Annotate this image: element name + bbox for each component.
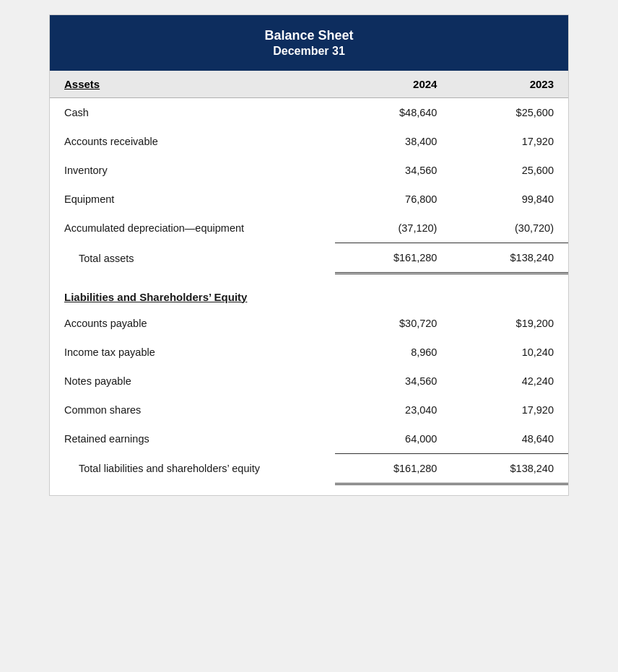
row-income-tax-payable: Income tax payable 8,960 10,240 bbox=[50, 338, 568, 367]
total-assets-2023: $138,240 bbox=[451, 243, 568, 274]
liabilities-section-header: Liabilities and Shareholders’ Equity bbox=[50, 281, 568, 309]
inventory-2024: 34,560 bbox=[335, 156, 452, 185]
label-notes-payable: Notes payable bbox=[50, 367, 335, 396]
cash-2024: $48,640 bbox=[335, 98, 452, 128]
balance-sheet-table: Assets 2024 2023 Cash $48,640 $25,600 Ac… bbox=[50, 71, 568, 495]
equipment-2024: 76,800 bbox=[335, 185, 452, 214]
balance-sheet: Balance Sheet December 31 Assets 2024 20… bbox=[49, 14, 569, 496]
label-equipment: Equipment bbox=[50, 185, 335, 214]
column-header-row: Assets 2024 2023 bbox=[50, 71, 568, 98]
ap-2023: $19,200 bbox=[451, 309, 568, 338]
row-notes-payable: Notes payable 34,560 42,240 bbox=[50, 367, 568, 396]
row-accounts-payable: Accounts payable $30,720 $19,200 bbox=[50, 309, 568, 338]
label-common-shares: Common shares bbox=[50, 396, 335, 424]
label-total-liabilities: Total liabilities and shareholders’ equi… bbox=[50, 453, 335, 484]
label-accounts-payable: Accounts payable bbox=[50, 309, 335, 338]
ap-2024: $30,720 bbox=[335, 309, 452, 338]
report-subtitle: December 31 bbox=[64, 45, 554, 58]
cash-2023: $25,600 bbox=[451, 98, 568, 128]
itp-2023: 10,240 bbox=[451, 338, 568, 367]
ar-2023: 17,920 bbox=[451, 127, 568, 156]
report-header: Balance Sheet December 31 bbox=[50, 15, 568, 71]
np-2023: 42,240 bbox=[451, 367, 568, 396]
accum-dep-2023: (30,720) bbox=[451, 214, 568, 243]
label-retained-earnings: Retained earnings bbox=[50, 424, 335, 454]
label-cash: Cash bbox=[50, 98, 335, 128]
year-2023-header: 2023 bbox=[451, 71, 568, 98]
total-assets-2024: $161,280 bbox=[335, 243, 452, 274]
row-cash: Cash $48,640 $25,600 bbox=[50, 98, 568, 128]
inventory-2023: 25,600 bbox=[451, 156, 568, 185]
row-retained-earnings: Retained earnings 64,000 48,640 bbox=[50, 424, 568, 454]
row-inventory: Inventory 34,560 25,600 bbox=[50, 156, 568, 185]
re-2024: 64,000 bbox=[335, 424, 452, 454]
total-liab-2023: $138,240 bbox=[451, 453, 568, 484]
year-2024-header: 2024 bbox=[335, 71, 452, 98]
label-income-tax-payable: Income tax payable bbox=[50, 338, 335, 367]
liabilities-heading: Liabilities and Shareholders’ Equity bbox=[50, 281, 568, 309]
label-accum-depreciation: Accumulated depreciation—equipment bbox=[50, 214, 335, 243]
row-total-liabilities: Total liabilities and shareholders’ equi… bbox=[50, 453, 568, 484]
label-accounts-receivable: Accounts receivable bbox=[50, 127, 335, 156]
assets-header-label: Assets bbox=[50, 71, 335, 98]
equipment-2023: 99,840 bbox=[451, 185, 568, 214]
label-inventory: Inventory bbox=[50, 156, 335, 185]
accum-dep-2024: (37,120) bbox=[335, 214, 452, 243]
label-total-assets: Total assets bbox=[50, 243, 335, 274]
ar-2024: 38,400 bbox=[335, 127, 452, 156]
row-total-assets: Total assets $161,280 $138,240 bbox=[50, 243, 568, 274]
np-2024: 34,560 bbox=[335, 367, 452, 396]
bottom-spacer bbox=[50, 484, 568, 495]
cs-2024: 23,040 bbox=[335, 396, 452, 424]
row-common-shares: Common shares 23,040 17,920 bbox=[50, 396, 568, 424]
report-title: Balance Sheet bbox=[64, 28, 554, 43]
row-accumulated-depreciation: Accumulated depreciation—equipment (37,1… bbox=[50, 214, 568, 243]
itp-2024: 8,960 bbox=[335, 338, 452, 367]
row-equipment: Equipment 76,800 99,840 bbox=[50, 185, 568, 214]
re-2023: 48,640 bbox=[451, 424, 568, 454]
cs-2023: 17,920 bbox=[451, 396, 568, 424]
row-accounts-receivable: Accounts receivable 38,400 17,920 bbox=[50, 127, 568, 156]
spacer-row bbox=[50, 274, 568, 281]
total-liab-2024: $161,280 bbox=[335, 453, 452, 484]
